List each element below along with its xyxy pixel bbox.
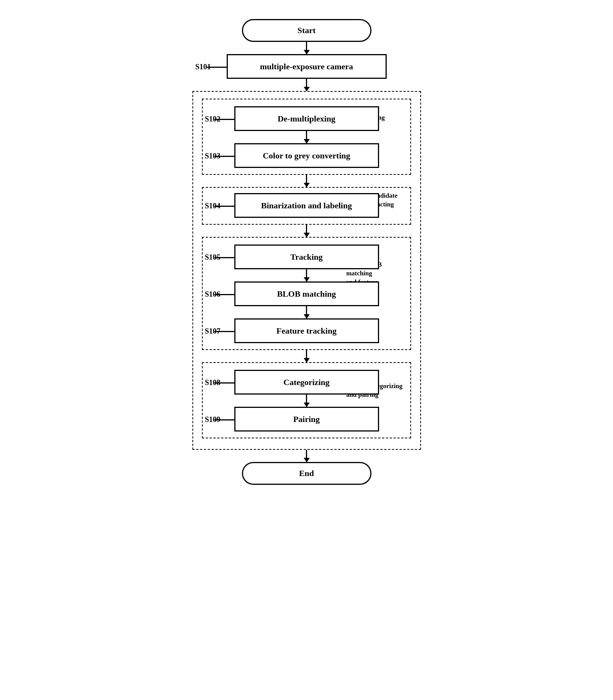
end-label: End	[299, 468, 314, 478]
s101-text: multiple-exposure camera	[260, 62, 353, 72]
s104-row: S104 Binarization and labeling	[203, 193, 410, 218]
outer-dashed-wrapper: Step 1 :Preprocessing S102 De-multiplexi…	[192, 91, 421, 450]
arrow-8	[306, 350, 307, 362]
start-label: Start	[298, 26, 316, 35]
start-row: Start	[181, 19, 432, 42]
s103-row: S103 Color to grey converting	[203, 143, 410, 168]
s107-line	[214, 331, 235, 332]
arrow-2	[306, 79, 307, 91]
s109-row: S109 Pairing	[203, 407, 410, 432]
s101-row: S101 multiple-exposure camera	[181, 54, 432, 79]
s103-line	[214, 156, 235, 157]
s106-box: S106 BLOB matching	[234, 281, 379, 306]
arrow-7	[306, 306, 307, 318]
s106-text: BLOB matching	[277, 289, 336, 299]
step3-group: Step3:BLOB matchingand feature extractin…	[202, 237, 411, 350]
arrow-5	[306, 225, 307, 237]
diagram-container: Start S101 multiple-exposure camera Step…	[173, 8, 440, 496]
arrow-6	[306, 269, 307, 281]
s106-line	[214, 294, 235, 295]
s104-line	[214, 206, 235, 207]
s102-line	[214, 119, 235, 120]
end-node: End	[242, 462, 371, 485]
s109-box: S109 Pairing	[234, 407, 379, 432]
s109-line	[214, 419, 235, 420]
flowchart: Start S101 multiple-exposure camera Step…	[181, 19, 432, 485]
step2-group: Step 2 : CandidateBLOB extracting S104 B…	[202, 187, 411, 225]
outer-dashed-box: Step 1 :Preprocessing S102 De-multiplexi…	[192, 91, 421, 450]
arrow-3	[306, 131, 307, 143]
s105-line	[214, 257, 235, 258]
s108-text: Categorizing	[283, 377, 330, 387]
s102-row: S102 De-multiplexing	[203, 106, 410, 131]
arrow-1	[306, 42, 307, 54]
s107-row: S107 Feature tracking	[203, 318, 410, 343]
s101-line	[207, 67, 228, 68]
s106-row: S106 BLOB matching	[203, 281, 410, 306]
s109-text: Pairing	[293, 414, 320, 424]
s103-box: S103 Color to grey converting	[234, 143, 379, 168]
s102-box: S102 De-multiplexing	[234, 106, 379, 131]
s108-box: S108 Categorizing	[234, 370, 379, 395]
s101-box: S101 multiple-exposure camera	[227, 54, 387, 79]
arrow-10	[306, 450, 307, 462]
s108-row: S108 Categorizing	[203, 370, 410, 395]
step4-group: Step 4 : categorizingand pairing S108 Ca…	[202, 362, 411, 438]
arrow-4	[306, 175, 307, 187]
step1-group: Step 1 :Preprocessing S102 De-multiplexi…	[202, 99, 411, 175]
s107-box: S107 Feature tracking	[234, 318, 379, 343]
s107-text: Feature tracking	[277, 326, 337, 336]
s104-text: Binarization and labeling	[261, 201, 352, 211]
s103-text: Color to grey converting	[263, 151, 351, 161]
s108-line	[214, 382, 235, 384]
arrow-9	[306, 395, 307, 407]
s105-row: S105 Tracking	[203, 245, 410, 269]
end-row: End	[181, 462, 432, 485]
s102-text: De-multiplexing	[278, 114, 336, 124]
s105-box: S105 Tracking	[234, 245, 379, 269]
start-node: Start	[242, 19, 371, 42]
s105-text: Tracking	[290, 252, 323, 262]
s104-box: S104 Binarization and labeling	[234, 193, 379, 218]
